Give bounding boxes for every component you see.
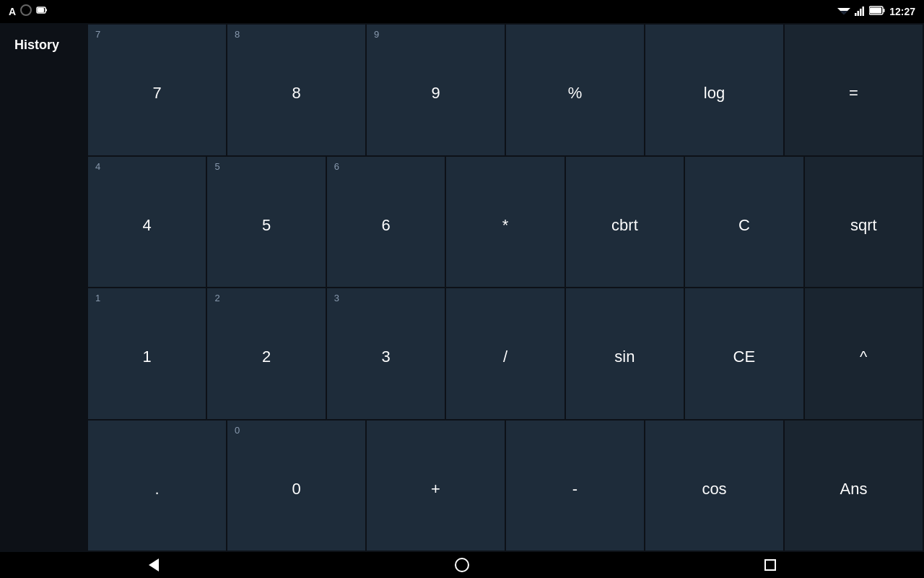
key-equals[interactable]: = [785, 25, 923, 155]
recent-icon [764, 559, 776, 571]
key-multiply[interactable]: * [446, 157, 564, 288]
key-minus[interactable]: - [506, 420, 644, 551]
key-log[interactable]: log [645, 25, 783, 155]
key-4[interactable]: 4 4 [88, 157, 206, 288]
key-ce[interactable]: CE [685, 288, 803, 419]
key-cbrt[interactable]: cbrt [566, 157, 684, 288]
svg-rect-8 [858, 11, 860, 16]
key-sin[interactable]: sin [566, 288, 684, 419]
sidebar: History [0, 23, 87, 552]
keyboard-icon: A [9, 6, 16, 17]
key-2[interactable]: 2 2 [207, 288, 325, 419]
nav-bar [0, 552, 924, 578]
svg-rect-7 [855, 13, 857, 16]
key-7[interactable]: 7 7 [88, 25, 226, 155]
svg-rect-12 [884, 9, 885, 12]
keypad-container: 7 7 8 8 9 9 % log = [87, 23, 924, 552]
svg-point-0 [21, 5, 31, 15]
status-bar: A [0, 0, 924, 23]
key-power[interactable]: ^ [805, 288, 923, 419]
key-plus[interactable]: + [367, 420, 505, 551]
svg-rect-3 [38, 8, 44, 12]
key-clear[interactable]: C [685, 157, 803, 288]
key-6[interactable]: 6 6 [327, 157, 445, 288]
key-dot[interactable]: . [88, 420, 226, 551]
svg-rect-13 [870, 8, 881, 14]
battery-icon [36, 4, 48, 19]
key-0[interactable]: 0 0 [227, 420, 365, 551]
status-left: A [9, 4, 48, 19]
main-area: History 7 7 8 8 9 9 % [0, 23, 924, 552]
signal-icon [855, 6, 865, 18]
key-ans[interactable]: Ans [785, 420, 923, 551]
svg-rect-10 [863, 7, 865, 16]
status-battery-icon [869, 6, 885, 17]
key-1[interactable]: 1 1 [88, 288, 206, 419]
svg-rect-9 [860, 9, 862, 16]
svg-rect-2 [46, 9, 48, 12]
keypad-row-2: 4 4 5 5 6 6 * cbrt C [88, 157, 923, 288]
key-sqrt[interactable]: sqrt [805, 157, 923, 288]
calculator-area: History 7 7 8 8 9 9 % [0, 23, 924, 552]
keypad-row-4: . 0 0 + - cos Ans [88, 420, 923, 551]
home-icon [455, 558, 469, 572]
wifi-icon [837, 6, 850, 18]
key-percent[interactable]: % [506, 25, 644, 155]
key-cos[interactable]: cos [645, 420, 783, 551]
recent-button[interactable] [753, 552, 788, 578]
status-right: 12:27 [837, 6, 915, 18]
keypad-row-1: 7 7 8 8 9 9 % log = [88, 25, 923, 155]
key-5[interactable]: 5 5 [207, 157, 325, 288]
key-divide[interactable]: / [446, 288, 564, 419]
back-button[interactable] [136, 552, 171, 578]
home-button[interactable] [445, 552, 479, 578]
key-3[interactable]: 3 3 [327, 288, 445, 419]
circle-icon [20, 4, 32, 19]
history-label[interactable]: History [14, 38, 59, 53]
clock: 12:27 [889, 6, 915, 17]
key-9[interactable]: 9 9 [367, 25, 505, 155]
keypad-row-3: 1 1 2 2 3 3 / sin CE [88, 288, 923, 419]
svg-marker-6 [842, 13, 846, 14]
key-8[interactable]: 8 8 [227, 25, 365, 155]
back-icon [149, 558, 159, 571]
